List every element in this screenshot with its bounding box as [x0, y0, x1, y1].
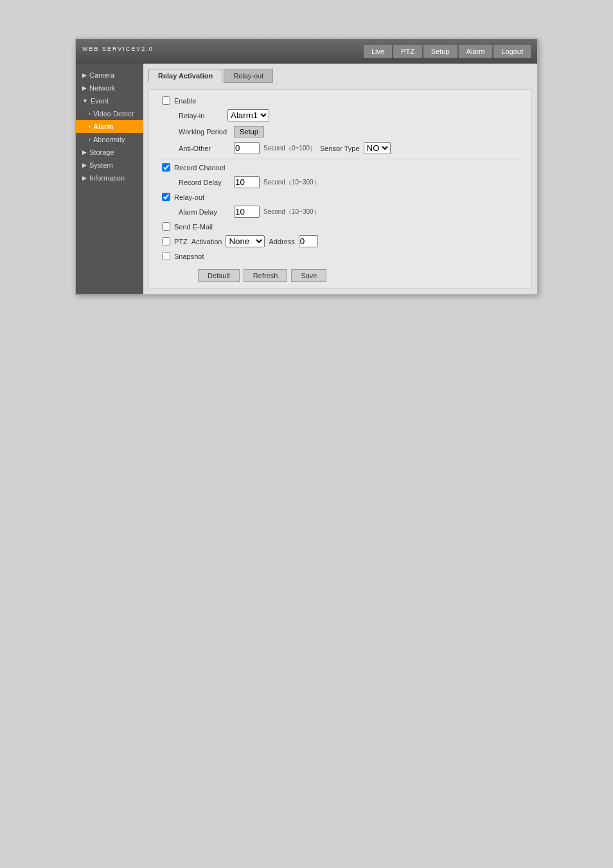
tab-relay-activation[interactable]: Relay Activation — [148, 69, 222, 83]
sidebar-item-alarm[interactable]: › Alarm — [76, 120, 143, 133]
record-delay-input[interactable] — [234, 176, 260, 188]
anti-other-row: Anti-Other Second（0~100） Sensor Type NO … — [159, 142, 521, 154]
sidebar-label-event: Event — [91, 97, 109, 105]
setup-button[interactable]: Setup — [234, 126, 264, 137]
record-delay-label: Record Delay — [179, 179, 230, 186]
alarm-delay-input[interactable] — [234, 206, 260, 218]
alarm-delay-label: Alarm Delay — [179, 208, 230, 216]
relay-in-select[interactable]: Alarm1 Alarm2 — [227, 109, 269, 121]
record-channel-label: Record Channel — [174, 164, 226, 172]
send-email-label: Send E-Mail — [174, 223, 213, 231]
record-channel-checkbox[interactable] — [162, 163, 170, 172]
sidebar-label-alarm: Alarm — [93, 123, 113, 130]
alarm-delay-row: Alarm Delay Second（10~300） — [159, 206, 521, 218]
sidebar-item-storage[interactable]: ▶ Storage — [76, 146, 143, 159]
separator-1 — [159, 159, 521, 159]
record-delay-row: Record Delay Second（10~300） — [159, 176, 521, 188]
tab-bar: Relay Activation Relay-out — [148, 69, 532, 83]
main-window: WEB SERVICEV2.0 Live PTZ Setup Alarm Log… — [75, 39, 538, 295]
sidebar-item-system[interactable]: ▶ System — [76, 159, 143, 172]
event-arrow-icon: ▼ — [82, 98, 88, 104]
sidebar-item-event[interactable]: ▼ Event — [76, 94, 143, 107]
nav-alarm-button[interactable]: Alarm — [459, 45, 493, 58]
sidebar-item-video-detect[interactable]: › Video Detect — [76, 107, 143, 120]
ptz-checkbox[interactable] — [162, 237, 170, 245]
camera-arrow-icon: ▶ — [82, 72, 87, 78]
sidebar-label-information: Information — [89, 174, 125, 182]
form-body: Enable Relay-in Alarm1 Alarm2 Working Pe… — [148, 89, 532, 289]
sidebar-label-network: Network — [89, 84, 115, 92]
main-panel: Relay Activation Relay-out Enable Relay-… — [143, 64, 537, 294]
relay-out-label: Relay-out — [174, 193, 204, 201]
snapshot-checkbox[interactable] — [162, 252, 170, 260]
relay-in-row: Relay-in Alarm1 Alarm2 — [159, 109, 521, 121]
video-detect-arrow-icon: › — [89, 111, 91, 117]
sidebar-item-information[interactable]: ▶ Information — [76, 172, 143, 184]
sidebar-item-abnormity[interactable]: › Abnormity — [76, 133, 143, 146]
storage-arrow-icon: ▶ — [82, 149, 87, 155]
relay-in-label: Relay-in — [179, 112, 224, 120]
relay-out-checkbox[interactable] — [162, 193, 170, 201]
information-arrow-icon: ▶ — [82, 175, 87, 181]
tab-relay-out[interactable]: Relay-out — [224, 69, 273, 83]
save-button[interactable]: Save — [291, 269, 326, 282]
sidebar-label-system: System — [89, 161, 113, 169]
nav-logout-button[interactable]: Logout — [493, 45, 531, 58]
anti-other-hint: Second（0~100） — [263, 144, 316, 153]
ptz-row: PTZ Activation None Preset Tour Address — [159, 235, 521, 247]
nav-ptz-button[interactable]: PTZ — [393, 45, 422, 58]
network-arrow-icon: ▶ — [82, 85, 87, 91]
snapshot-row: Snapshot — [159, 252, 521, 260]
record-channel-row: Record Channel — [159, 163, 521, 172]
footer-buttons: Default Refresh Save — [159, 269, 521, 282]
relay-out-row: Relay-out — [159, 193, 521, 201]
alarm-delay-hint: Second（10~300） — [263, 208, 320, 217]
record-delay-hint: Second（10~300） — [263, 178, 320, 187]
sidebar-label-storage: Storage — [89, 148, 114, 156]
sidebar-label-video-detect: Video Detect — [93, 110, 134, 118]
anti-other-label: Anti-Other — [179, 145, 230, 152]
sidebar-label-abnormity: Abnormity — [93, 136, 125, 143]
send-email-row: Send E-Mail — [159, 222, 521, 231]
system-arrow-icon: ▶ — [82, 162, 87, 168]
logo: WEB SERVICEV2.0 — [82, 45, 364, 58]
snapshot-label: Snapshot — [174, 252, 204, 260]
logo-text: WEB SERVICE — [82, 46, 136, 52]
ptz-label: PTZ — [174, 238, 188, 245]
sidebar-item-network[interactable]: ▶ Network — [76, 82, 143, 94]
anti-other-input[interactable] — [234, 142, 260, 154]
sensor-type-label: Sensor Type — [320, 145, 360, 152]
address-input[interactable] — [299, 235, 318, 247]
sidebar-item-camera[interactable]: ▶ Camera — [76, 69, 143, 82]
abnormity-arrow-icon: › — [89, 136, 91, 143]
activation-select[interactable]: None Preset Tour — [226, 235, 265, 247]
sidebar: ▶ Camera ▶ Network ▼ Event › Video Detec… — [76, 64, 143, 294]
activation-label: Activation — [191, 238, 222, 245]
enable-label: Enable — [174, 97, 196, 105]
nav-live-button[interactable]: Live — [364, 45, 392, 58]
address-label: Address — [269, 238, 294, 245]
send-email-checkbox[interactable] — [162, 222, 170, 231]
logo-version: V2.0 — [136, 46, 154, 52]
nav-setup-button[interactable]: Setup — [423, 45, 458, 58]
enable-row: Enable — [159, 96, 521, 105]
enable-checkbox[interactable] — [162, 96, 170, 105]
working-period-row: Working Period Setup — [159, 126, 521, 137]
sensor-type-select[interactable]: NO NC — [364, 142, 391, 154]
default-button[interactable]: Default — [198, 269, 240, 282]
refresh-button[interactable]: Refresh — [244, 269, 288, 282]
working-period-label: Working Period — [179, 128, 230, 136]
content-area: ▶ Camera ▶ Network ▼ Event › Video Detec… — [76, 64, 537, 294]
nav-buttons: Live PTZ Setup Alarm Logout — [364, 45, 531, 58]
header: WEB SERVICEV2.0 Live PTZ Setup Alarm Log… — [76, 39, 537, 64]
sidebar-label-camera: Camera — [89, 71, 114, 79]
alarm-arrow-icon: › — [89, 123, 91, 130]
